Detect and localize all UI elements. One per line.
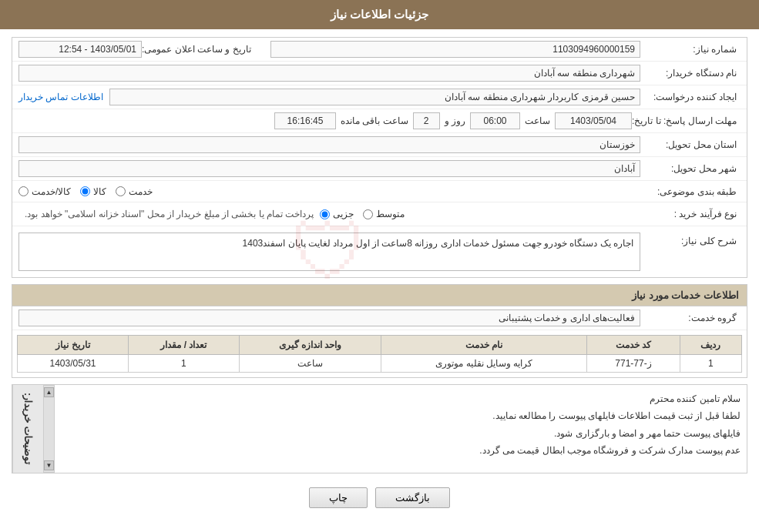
col-service-name: نام خدمت (381, 336, 587, 355)
category-goods-label: کالا (93, 186, 106, 197)
purchase-small-item: جزیی (320, 209, 354, 219)
city-row: شهر محل تحویل: آبادان (12, 157, 747, 181)
category-option-both: کالا/خدمت (18, 186, 71, 197)
services-table: ردیف کد خدمت نام خدمت واحد اندازه گیری ت… (17, 335, 742, 373)
deadline-days: 2 (413, 112, 440, 129)
buyer-org-row: نام دستگاه خریدار: شهرداری منطقه سه آباد… (12, 62, 747, 85)
service-group-label: گروه خدمت: (640, 313, 741, 323)
purchase-radio-small[interactable] (320, 209, 330, 219)
description-label: شرح کلی نیاز: (640, 233, 741, 246)
services-section: اطلاعات خدمات مورد نیاز گروه خدمت: فعالی… (12, 284, 747, 378)
col-service-code: کد خدمت (587, 336, 680, 355)
category-radio-service[interactable] (116, 186, 126, 196)
col-date: تاریخ نیاز (18, 336, 129, 355)
buyer-note-line-4: عدم پیوست مدارک شرکت و فروشگاه موجب ابطا… (61, 443, 741, 458)
cell-row-num: 1 (680, 355, 741, 373)
province-value: خوزستان (18, 136, 640, 153)
cell-service-name: کرایه وسایل نقلیه موتوری (381, 355, 587, 373)
deadline-label: مهلت ارسال پاسخ: تا تاریخ: (632, 115, 741, 126)
request-number-value: 1103094960000159 (270, 41, 640, 58)
buyer-note-line-1: سلام تامین کننده محترم (61, 391, 741, 407)
cell-service-code: ز-77-771 (587, 355, 680, 373)
scroll-down-btn[interactable]: ▼ (44, 460, 54, 470)
requester-contact-link[interactable]: اطلاعات تماس خریدار (18, 92, 103, 102)
buyer-org-label: نام دستگاه خریدار: (640, 68, 741, 79)
city-value: آبادان (18, 160, 640, 177)
purchase-radio-medium[interactable] (363, 209, 373, 219)
col-row-num: ردیف (680, 336, 741, 355)
category-option-service: خدمت (116, 186, 153, 197)
request-number-label: شماره نیاز: (640, 44, 741, 55)
province-row: استان محل تحویل: خوزستان (12, 133, 747, 157)
print-button[interactable]: چاپ (309, 487, 368, 508)
deadline-remaining: 16:16:45 (274, 112, 336, 129)
announce-date-value: 1403/05/01 - 12:54 (18, 41, 142, 58)
back-button[interactable]: بازگشت (375, 487, 450, 508)
category-radio-group: خدمت کالا کالا/خدمت (18, 186, 640, 197)
requester-label: ایجاد کننده درخواست: (640, 92, 741, 102)
buyer-note-line-2: لطفا قبل از ثبت قیمت اطلاعات فایلهای پیو… (61, 408, 741, 423)
requester-value: حسین قرمزی کاربردار شهرداری منطقه سه آبا… (109, 89, 640, 105)
button-row: بازگشت چاپ (12, 480, 747, 516)
category-row: طبقه بندی موضوعی: خدمت کالا کالا/خدمت (12, 181, 747, 202)
purchase-notice: پرداخت تمام یا بخشی از مبلغ خریدار از مح… (18, 206, 320, 223)
buyer-note-line-3: فایلهای پیوست حتما مهر و امضا و بارگزاری… (61, 426, 741, 441)
top-info-section: شماره نیاز: 1103094960000159 تاریخ و ساع… (12, 37, 747, 278)
category-radio-goods[interactable] (80, 186, 90, 196)
description-row: شرح کلی نیاز: 🛡 اجاره یک دستگاه خودرو جه… (12, 226, 747, 277)
purchase-medium-item: متوسط (363, 209, 405, 219)
category-label: طبقه بندی موضوعی: (640, 186, 741, 197)
purchase-type-radio-group: متوسط جزیی (320, 209, 640, 219)
description-value: اجاره یک دستگاه خودرو جهت مسئول خدمات اد… (18, 233, 640, 271)
page-header: جزئیات اطلاعات نیاز (0, 0, 759, 29)
category-service-label: خدمت (129, 186, 153, 197)
category-both-label: کالا/خدمت (32, 186, 71, 197)
category-option-goods: کالا (80, 186, 106, 197)
scroll-up-btn[interactable]: ▲ (44, 387, 54, 397)
purchase-type-row: نوع فرآیند خرید : متوسط جزیی پرداخت تمام… (12, 202, 747, 226)
requester-row: ایجاد کننده درخواست: حسین قرمزی کاربردار… (12, 85, 747, 109)
scroll-bar: ▲ ▼ (43, 385, 55, 473)
deadline-day-label: روز و (445, 115, 465, 126)
city-label: شهر محل تحویل: (640, 163, 741, 174)
cell-date: 1403/05/31 (18, 355, 129, 373)
service-group-row: گروه خدمت: فعالیت‌های اداری و خدمات پشتی… (12, 306, 747, 330)
main-content: شماره نیاز: 1103094960000159 تاریخ و ساع… (0, 29, 759, 524)
category-radio-both[interactable] (18, 186, 29, 196)
purchase-type-label: نوع فرآیند خرید : (640, 209, 741, 219)
deadline-remaining-label: ساعت باقی مانده (341, 115, 408, 126)
buyer-org-value: شهرداری منطقه سه آبادان (18, 65, 640, 82)
announce-date-label: تاریخ و ساعت اعلان عمومی: (142, 44, 255, 55)
deadline-time: 06:00 (470, 112, 520, 129)
services-table-container: ردیف کد خدمت نام خدمت واحد اندازه گیری ت… (12, 330, 747, 377)
col-unit: واحد اندازه گیری (239, 336, 381, 355)
page-title: جزئیات اطلاعات نیاز (331, 8, 428, 21)
col-quantity: تعداد / مقدار (129, 336, 240, 355)
service-group-value: فعالیت‌های اداری و خدمات پشتیبانی (18, 309, 640, 326)
purchase-medium-label: متوسط (376, 209, 405, 219)
deadline-date: 1403/05/04 (555, 112, 632, 129)
buyer-notes-section: سلام تامین کننده محترم لطفا قبل از ثبت ق… (12, 384, 747, 473)
purchase-small-label: جزیی (333, 209, 354, 219)
page-wrapper: جزئیات اطلاعات نیاز شماره نیاز: 11030949… (0, 0, 759, 532)
deadline-row: مهلت ارسال پاسخ: تا تاریخ: 1403/05/04 سا… (12, 109, 747, 133)
province-label: استان محل تحویل: (640, 139, 741, 150)
request-number-row: شماره نیاز: 1103094960000159 تاریخ و ساع… (12, 38, 747, 62)
buyer-notes-content: سلام تامین کننده محترم لطفا قبل از ثبت ق… (55, 385, 747, 473)
deadline-time-label: ساعت (525, 115, 550, 126)
services-section-title: اطلاعات خدمات مورد نیاز (12, 285, 747, 306)
table-row: 1 ز-77-771 کرایه وسایل نقلیه موتوری ساعت… (18, 355, 742, 373)
buyer-notes-label: توضیحات خریدار: (12, 385, 43, 473)
cell-unit: ساعت (239, 355, 381, 373)
cell-quantity: 1 (129, 355, 240, 373)
